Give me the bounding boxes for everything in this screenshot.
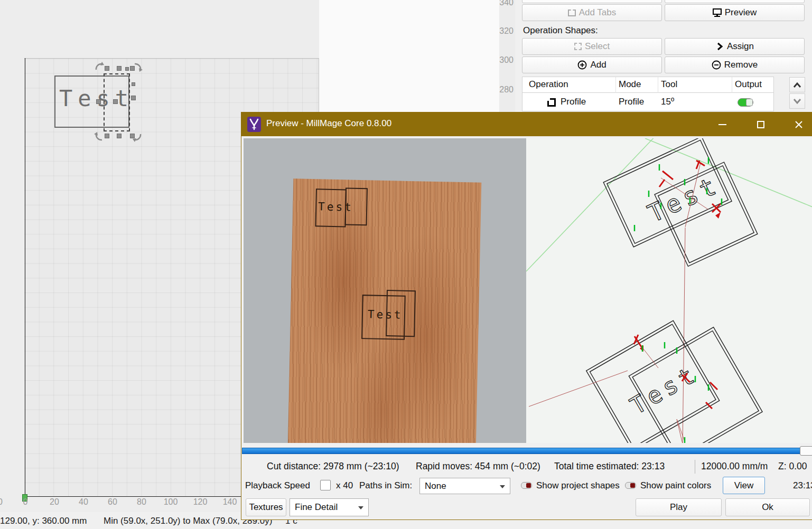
profile-shape-icon	[547, 98, 556, 107]
col-operation: Operation	[529, 79, 568, 90]
ruler-y-label: 340	[499, 0, 514, 7]
chevron-down-icon	[500, 485, 505, 488]
dialog-titlebar[interactable]: Preview - MillMage Core 0.8.00	[241, 112, 812, 136]
tabs-icon	[568, 10, 576, 16]
rotate-handle-icon[interactable]	[94, 62, 105, 72]
ruler-x-edge-label: 0	[0, 497, 3, 507]
ruler-x-label: 60	[108, 497, 117, 507]
paths-in-sim-select[interactable]: None	[419, 478, 510, 494]
ruler-x-label: 100	[164, 497, 178, 507]
monitor-icon	[713, 8, 722, 17]
select-marquee-icon	[574, 43, 582, 50]
selection-handle[interactable]	[131, 96, 136, 100]
chevron-up-icon	[793, 82, 801, 88]
preview-button[interactable]: Preview	[665, 4, 805, 21]
view-label: View	[734, 480, 754, 491]
millmage-app-icon	[247, 117, 261, 132]
feed-rate-value: 12000.00 mm/m	[701, 461, 768, 472]
cut-distance-stat: Cut distance: 2978 mm (~23:10)	[267, 461, 399, 472]
selection-handle[interactable]	[105, 66, 109, 71]
close-icon[interactable]	[786, 112, 812, 136]
add-label: Add	[590, 60, 606, 70]
cell-tool: 15º	[661, 97, 674, 107]
y-axis-line	[25, 58, 25, 497]
show-project-shapes-label: Show project shapes	[536, 480, 620, 491]
paths-in-sim-value: None	[425, 481, 446, 492]
select-button[interactable]: Select	[522, 38, 662, 55]
ruler-x-label: 20	[50, 497, 59, 507]
minimize-button[interactable]	[709, 112, 735, 136]
col-output: Output	[735, 79, 762, 90]
elapsed-time-value: 23:13	[793, 480, 812, 491]
rotate-handle-icon[interactable]	[132, 62, 143, 72]
selection-handle[interactable]	[105, 134, 109, 138]
col-tool: Tool	[661, 79, 677, 90]
table-row[interactable]: Profile Profile 15º	[522, 93, 773, 111]
engraved-text: Test	[318, 200, 353, 213]
simulation-progress-slider[interactable]	[242, 448, 812, 454]
toolpath-3d-view[interactable]: Test	[526, 138, 812, 443]
texture-detail-select[interactable]: Fine Detail	[290, 498, 369, 516]
total-time-stat: Total time estimated: 23:13	[554, 461, 665, 472]
slider-thumb[interactable]	[800, 446, 812, 456]
cell-operation: Profile	[561, 97, 586, 107]
add-tabs-button[interactable]: Add Tabs	[522, 4, 662, 21]
dialog-title: Preview - MillMage Core 0.8.00	[266, 118, 391, 129]
show-project-shapes-toggle[interactable]	[521, 482, 532, 489]
ruler-y-label: 300	[499, 55, 514, 65]
scroll-up-button[interactable]	[789, 77, 805, 92]
ruler-x-label: 40	[79, 497, 88, 507]
select-label: Select	[585, 41, 610, 52]
playback-speed-label: Playback Speed	[245, 480, 310, 491]
millmage-app: 0 0 20 40 60 80 100 120 140 340 320 300 …	[0, 0, 812, 529]
simulation-texture-view[interactable]: Test Test	[244, 138, 526, 443]
play-button[interactable]: Play	[636, 498, 722, 516]
table-header: Operation Mode Tool Output	[522, 77, 773, 93]
chevron-right-icon	[715, 42, 724, 51]
selection-handle[interactable]	[125, 67, 129, 71]
preview-dialog: Preview - MillMage Core 0.8.00 Test Test	[241, 112, 812, 520]
texture-detail-value: Fine Detail	[295, 502, 338, 513]
assign-button[interactable]: Assign	[665, 38, 805, 55]
selection-handle[interactable]	[117, 134, 122, 138]
maximize-button[interactable]	[748, 112, 774, 136]
selection-handle[interactable]	[132, 82, 135, 86]
cursor-coordinates: 129.00, y: 360.00 mm	[0, 516, 87, 526]
rotate-handle-icon[interactable]	[132, 131, 143, 142]
toolpath-text: Test	[626, 360, 702, 419]
z-position-value: Z: 0.00	[778, 461, 807, 472]
operations-table: Operation Mode Tool Output Profile Profi…	[522, 77, 774, 111]
remove-label: Remove	[724, 60, 758, 70]
plus-circle-icon	[577, 60, 587, 70]
textures-label: Textures	[249, 502, 283, 513]
selection-handle[interactable]	[96, 99, 101, 104]
assign-label: Assign	[727, 41, 754, 52]
ruler-x-label: 120	[193, 497, 208, 507]
ok-button[interactable]: Ok	[725, 498, 810, 516]
chevron-down-icon	[358, 506, 363, 509]
remove-button[interactable]: Remove	[665, 56, 805, 73]
ok-label: Ok	[762, 502, 773, 513]
rapid-moves-stat: Rapid moves: 454 mm (~0:02)	[416, 461, 540, 472]
ruler-y-label: 320	[499, 26, 514, 36]
add-button[interactable]: Add	[522, 56, 662, 73]
rotate-handle-icon[interactable]	[94, 131, 105, 142]
scroll-down-button[interactable]	[789, 93, 805, 109]
ruler-x-label: 0	[23, 497, 28, 507]
paths-in-sim-label: Paths in Sim:	[359, 480, 412, 491]
stats-divider	[695, 460, 695, 474]
ruler-x-label: 80	[137, 497, 146, 507]
show-paint-colors-label: Show paint colors	[640, 480, 711, 491]
partial-button[interactable]	[665, 0, 805, 3]
output-toggle[interactable]	[738, 98, 753, 107]
selection-handle[interactable]	[117, 66, 122, 71]
textures-button[interactable]: Textures	[246, 498, 286, 516]
minus-circle-icon	[712, 60, 721, 70]
view-button[interactable]: View	[723, 477, 765, 494]
partial-button[interactable]	[522, 0, 662, 3]
show-paint-colors-toggle[interactable]	[625, 482, 636, 489]
play-label: Play	[670, 502, 687, 513]
selection-handle[interactable]	[113, 99, 118, 104]
toolpath-text: Test	[643, 170, 724, 228]
playback-speed-checkbox[interactable]	[320, 480, 331, 490]
